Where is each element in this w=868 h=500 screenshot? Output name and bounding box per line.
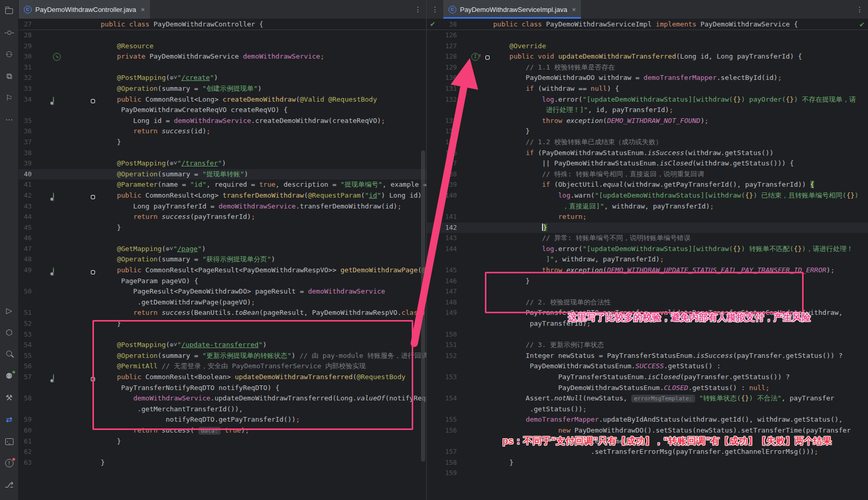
code-line[interactable]: 143 // 异常: 转账单编号不同，说明转账单编号错误 xyxy=(427,233,868,244)
editor-options-icon[interactable]: ⋮ xyxy=(410,0,426,19)
code-line[interactable]: .getStatus()); xyxy=(427,404,868,415)
remote-dev-icon[interactable]: ⇄ xyxy=(3,413,16,426)
code-line[interactable]: .getDemoWithdrawPage(pageVO); xyxy=(19,297,426,308)
code-line[interactable]: 43 Long payTransferId = demoWithdrawServ… xyxy=(19,201,426,212)
code-line[interactable]: 129 // 1.1 校验转账单是否存在 xyxy=(427,62,868,73)
build-icon[interactable]: ⚒ xyxy=(3,391,16,405)
code-line[interactable]: PayTransferNotifyReqDTO notifyReqDTO) { xyxy=(19,383,426,394)
code-line[interactable]: 37 } xyxy=(19,137,426,148)
code-line[interactable]: 52 } xyxy=(19,318,426,329)
spring-bean-icon[interactable]: ➘ xyxy=(53,53,61,61)
code-line[interactable]: PayDemoWithdrawStatusEnum.CLOSED.getStat… xyxy=(427,383,868,394)
code-line[interactable]: 156 new PayDemoWithdrawDO().setStatus(ne… xyxy=(427,425,868,436)
code-line[interactable]: 32 @PostMapping(⊕˅"/create") xyxy=(19,73,426,84)
code-line[interactable]: 135 // 1.2 校验转账单已成结束（成功或失败） xyxy=(427,137,868,148)
code-line[interactable]: PageParam pageVO) { xyxy=(19,276,426,287)
code-line[interactable]: 146 } xyxy=(427,276,868,287)
code-line[interactable]: 132 log.error("[updateDemoWithdrawStatus… xyxy=(427,94,868,105)
code-line[interactable]: 47 @GetMapping(⊕˅"/page") xyxy=(19,244,426,255)
code-line[interactable]: 127 @Override xyxy=(427,41,868,52)
code-line[interactable]: 157 .setTransferErrorMsg(payTransfer.get… xyxy=(427,447,868,457)
code-line[interactable]: 42 public CommonResult<Long> transferDem… xyxy=(19,190,426,201)
scrollbar-thumb[interactable] xyxy=(421,150,425,462)
code-line[interactable]: 155 demoTransferMapper.updateByIdAndStat… xyxy=(427,414,868,425)
code-line[interactable]: 40 @Operation(summary = "提现单转账") xyxy=(19,169,426,180)
code-line[interactable]: 34 public CommonResult<Long> createDemoW… xyxy=(19,94,426,105)
code-line[interactable]: 55 @Operation(summary = "更新示例提现单的转账状态") … xyxy=(19,351,426,362)
code-line[interactable]: 46 xyxy=(19,233,426,244)
split-options-icon[interactable]: ⋮ xyxy=(427,0,443,19)
code-line[interactable]: 30➘ private PayDemoWithdrawService demoW… xyxy=(19,51,426,62)
code-line[interactable]: 152 Integer newStatus = PayTransferStatu… xyxy=(427,351,868,362)
code-line[interactable]: 148 // 2. 校验提现单的合法性 xyxy=(427,297,868,308)
code-line[interactable]: 61 } xyxy=(19,436,426,447)
code-line[interactable]: 147 xyxy=(427,286,868,297)
code-line[interactable]: 153 PayTransferStatusEnum.isClosed(payTr… xyxy=(427,372,868,383)
spring-mapping-icon[interactable] xyxy=(53,267,54,276)
tab-paydemowithdrawcontroller[interactable]: C PayDemoWithdrawController.java × xyxy=(19,0,150,19)
code-line[interactable]: 134 } xyxy=(427,126,868,137)
code-line[interactable]: 131 if (withdraw == null) { xyxy=(427,84,868,94)
bookmarks-icon[interactable]: ⚐ xyxy=(3,91,16,105)
commit-icon[interactable] xyxy=(3,26,16,39)
tab-paydemowithdrawserviceimpl[interactable]: C PayDemoWithdrawServiceImpl.java × xyxy=(443,0,581,19)
implementing-method-icon[interactable]: I xyxy=(471,53,479,61)
code-line[interactable]: 27public class PayDemoWithdrawController… xyxy=(19,19,426,30)
code-line[interactable]: .getMerchantTransferId()), xyxy=(19,404,426,415)
code-line[interactable]: 138 // 特殊: 转账单编号相同，直接返回，说明重复回调 xyxy=(427,169,868,180)
code-line[interactable]: 56 @PermitAll // 无需登录，安全由 PayDemoTransfe… xyxy=(19,361,426,372)
code-line[interactable]: 44 return success(payTransferId); xyxy=(19,212,426,223)
code-line[interactable]: 54 @PostMapping(⊕˅"/update-transferred") xyxy=(19,340,426,351)
code-line[interactable]: PayDemoWithdrawCreateReqVO createReqVO) … xyxy=(19,105,426,116)
code-line[interactable]: 53 xyxy=(19,329,426,340)
code-line[interactable]: 29 @Resource xyxy=(19,41,426,52)
code-line[interactable]: 158 } xyxy=(427,457,868,468)
inspections-ok-icon[interactable]: ✔ xyxy=(859,21,865,29)
code-line[interactable]: 28 xyxy=(19,30,426,41)
version-control-icon[interactable]: ⎇ xyxy=(3,478,16,492)
code-line[interactable]: 51 return success(BeanUtils.toBean(pageR… xyxy=(19,308,426,318)
code-line[interactable]: 进行处理！]", id, payTransferId); xyxy=(427,105,868,116)
code-line[interactable]: ]", withdraw, payTransferId); xyxy=(427,254,868,265)
code-line[interactable]: ，直接返回]", withdraw, payTransferId); xyxy=(427,201,868,212)
project-icon[interactable] xyxy=(3,4,16,18)
code-line[interactable]: 139 if (ObjectUtil.equal(withdraw.getPay… xyxy=(427,179,868,190)
code-line[interactable]: 136 if (PayDemoWithdrawStatusEnum.isSucc… xyxy=(427,148,868,159)
code-line[interactable]: 126 xyxy=(427,30,868,41)
code-line[interactable]: 48 @Operation(summary = "获得示例提现单分页") xyxy=(19,254,426,265)
spring-mapping-icon[interactable] xyxy=(53,96,54,105)
code-line[interactable]: 133 throw exception(DEMO_WITHDRAW_NOT_FO… xyxy=(427,116,868,127)
structure-icon[interactable]: ⧉ xyxy=(3,70,16,83)
code-line[interactable]: 141 return; xyxy=(427,212,868,223)
code-line[interactable]: PayDemoWithdrawStatusEnum.SUCCESS.getSta… xyxy=(427,361,868,372)
close-icon[interactable]: × xyxy=(572,6,576,13)
code-line[interactable]: 49 public CommonResult<PageResult<PayDem… xyxy=(19,265,426,276)
code-line[interactable]: 142 } xyxy=(427,223,868,233)
terminal-icon[interactable]: ›_ xyxy=(3,435,16,448)
code-line[interactable]: 60 return success( data: true); xyxy=(19,425,426,436)
code-line[interactable]: 38 xyxy=(19,148,426,159)
code-line[interactable]: 145 throw exception(DEMO_WITHDRAW_UPDATE… xyxy=(427,265,868,276)
code-line[interactable]: 33 @Operation(summary = "创建示例提现单") xyxy=(19,84,426,94)
code-line[interactable]: 45 } xyxy=(19,223,426,233)
code-line[interactable]: 31 xyxy=(19,62,426,73)
editor-options-icon[interactable]: ⋮ xyxy=(851,0,868,19)
code-line[interactable]: 36 return success(id); xyxy=(19,126,426,137)
code-line[interactable]: 130 PayDemoWithdrawDO withdraw = demoTra… xyxy=(427,73,868,84)
code-line[interactable]: 58 demoWithdrawService.updateDemoWithdra… xyxy=(19,393,426,404)
code-line[interactable]: 63} xyxy=(19,457,426,468)
run-icon[interactable]: ▷ xyxy=(3,304,16,317)
code-line[interactable]: 35 Long id = demoWithdrawService.createD… xyxy=(19,116,426,127)
code-line[interactable]: 38✔public class PayDemoWithdrawServiceIm… xyxy=(427,19,868,30)
code-line[interactable]: 151 // 3. 更新示例订单状态 xyxy=(427,340,868,351)
code-line[interactable]: .getSuccessTime()) xyxy=(427,436,868,447)
more-tool-windows-icon[interactable]: ⋯ xyxy=(3,113,16,127)
debug-icon[interactable]: ⚉ xyxy=(3,369,16,383)
services-icon[interactable]: ⬡ xyxy=(3,326,16,339)
code-line[interactable]: 149 PayTransferRespDTO payTransfer = val… xyxy=(427,308,868,318)
code-line[interactable]: 144 log.error("[updateDemoWithdrawStatus… xyxy=(427,244,868,255)
pull-requests-icon[interactable]: ⚇ xyxy=(3,48,16,61)
code-line[interactable]: payTransferId); xyxy=(427,318,868,329)
search-icon[interactable] xyxy=(3,348,16,361)
code-line[interactable]: 128I public void updateDemoWithdrawTrans… xyxy=(427,51,868,62)
